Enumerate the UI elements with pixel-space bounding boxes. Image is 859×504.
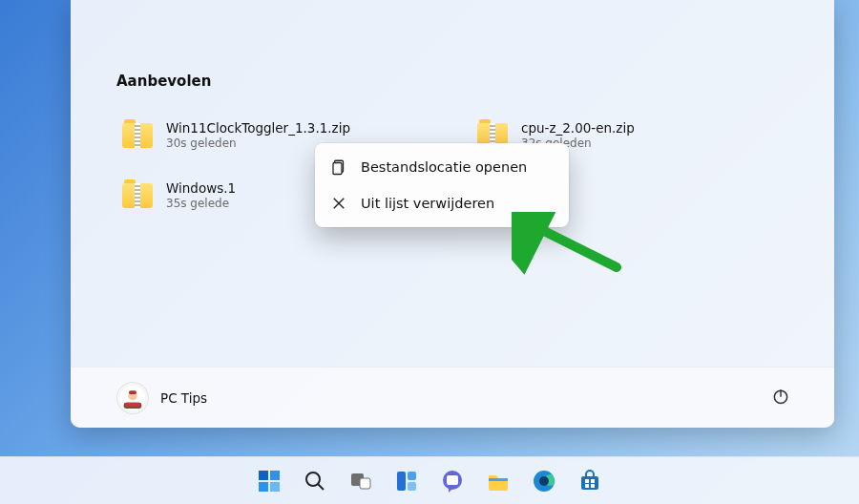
taskbar-start-button[interactable] xyxy=(250,462,288,500)
user-avatar xyxy=(116,382,149,414)
menu-remove-from-list[interactable]: Uit lijst verwijderen xyxy=(321,185,563,221)
start-footer: PC Tips xyxy=(71,367,834,428)
taskbar-file-explorer-button[interactable] xyxy=(479,462,517,500)
recommended-item-time: 35s gelede xyxy=(166,197,236,210)
svg-rect-14 xyxy=(259,482,268,492)
user-name: PC Tips xyxy=(160,390,207,406)
taskbar xyxy=(0,456,859,504)
context-menu: Bestandslocatie openen Uit lijst verwijd… xyxy=(315,143,569,227)
taskbar-store-button[interactable] xyxy=(571,462,609,500)
svg-rect-4 xyxy=(125,402,140,407)
svg-rect-28 xyxy=(581,476,598,490)
start-menu-panel: Aanbevolen Win11ClockToggler_1.3.1.zip 3… xyxy=(71,0,834,428)
svg-rect-20 xyxy=(397,472,406,491)
recommended-item-name: cpu-z_2.00-en.zip xyxy=(521,120,635,136)
menu-item-label: Uit lijst verwijderen xyxy=(361,196,494,211)
file-location-icon xyxy=(330,158,347,176)
svg-rect-21 xyxy=(408,472,416,480)
svg-rect-8 xyxy=(333,163,342,175)
svg-rect-19 xyxy=(360,478,370,489)
zip-folder-icon xyxy=(122,183,153,208)
svg-rect-32 xyxy=(591,484,595,488)
svg-point-27 xyxy=(539,476,549,486)
svg-rect-29 xyxy=(585,479,589,483)
menu-item-label: Bestandslocatie openen xyxy=(361,159,527,175)
user-account-button[interactable]: PC Tips xyxy=(116,382,207,414)
taskbar-edge-button[interactable] xyxy=(525,462,563,500)
svg-rect-3 xyxy=(129,390,136,394)
svg-rect-15 xyxy=(270,482,280,492)
svg-rect-30 xyxy=(591,479,595,483)
taskbar-chat-button[interactable] xyxy=(433,462,471,500)
svg-point-16 xyxy=(306,472,320,486)
recommended-heading: Aanbevolen xyxy=(71,73,834,90)
zip-folder-icon xyxy=(122,123,153,148)
taskbar-search-button[interactable] xyxy=(296,462,334,500)
recommended-item-text: Windows.1 35s gelede xyxy=(166,180,236,210)
desktop: Aanbevolen Win11ClockToggler_1.3.1.zip 3… xyxy=(0,0,859,504)
svg-rect-13 xyxy=(270,471,280,480)
menu-open-file-location[interactable]: Bestandslocatie openen xyxy=(321,149,563,185)
svg-rect-12 xyxy=(259,471,268,480)
taskbar-widgets-button[interactable] xyxy=(388,462,426,500)
recommended-item-name: Win11ClockToggler_1.3.1.zip xyxy=(166,120,350,136)
svg-rect-22 xyxy=(408,482,416,491)
svg-rect-25 xyxy=(489,478,508,481)
power-button[interactable] xyxy=(765,381,796,415)
close-icon xyxy=(330,195,347,212)
recommended-item-name: Windows.1 xyxy=(166,180,236,196)
svg-line-17 xyxy=(318,484,324,490)
svg-rect-31 xyxy=(585,484,589,488)
svg-rect-24 xyxy=(447,475,458,485)
taskbar-task-view-button[interactable] xyxy=(342,462,380,500)
